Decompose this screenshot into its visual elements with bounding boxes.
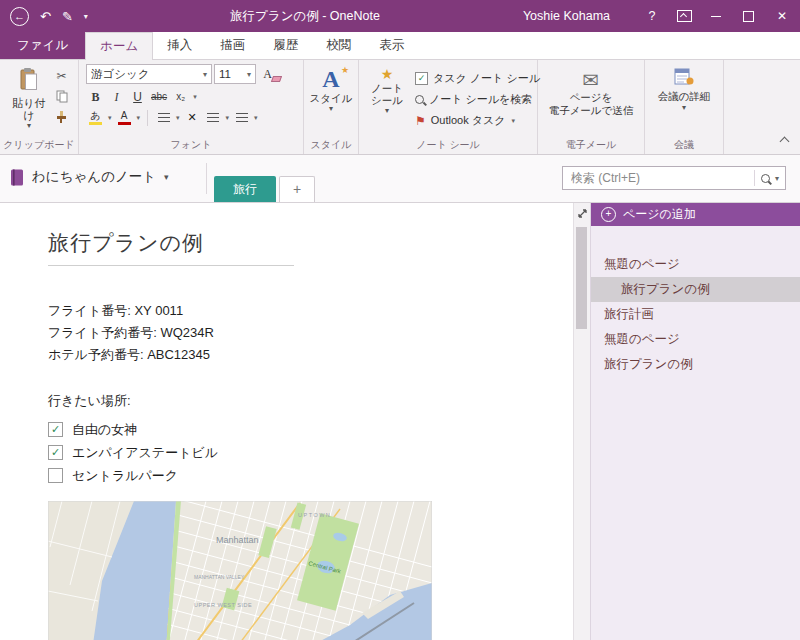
paragraph-alignment-button[interactable] [154, 109, 173, 126]
page-list-item[interactable]: 旅行計画 [591, 302, 800, 327]
cut-button[interactable]: ✂ [56, 70, 66, 82]
tab-draw[interactable]: 描画 [206, 32, 259, 59]
titlebar-controls: Yoshie Kohama ? ✕ [523, 0, 800, 32]
section-tab-travel[interactable]: 旅行 [214, 176, 276, 202]
add-section-button[interactable]: + [279, 176, 315, 202]
titlebar: ← ↶ ✎ ▾ 旅行プランの例 - OneNote Yoshie Kohama … [0, 0, 800, 32]
expand-page-button[interactable] [574, 203, 590, 223]
tab-insert[interactable]: 挿入 [153, 32, 206, 59]
add-page-button[interactable]: + ページの追加 [591, 203, 800, 226]
numbering-button[interactable] [232, 109, 251, 126]
places-heading[interactable]: 行きたい場所: [48, 392, 573, 410]
notebook-icon [10, 169, 24, 186]
delete-button[interactable]: ✕ [183, 109, 202, 126]
todo-checkbox[interactable]: ✓ [48, 445, 63, 460]
close-button[interactable]: ✕ [764, 0, 800, 32]
chevron-down-icon[interactable]: ▾ [108, 114, 112, 122]
chevron-down-icon[interactable]: ▾ [254, 114, 258, 122]
map-label: MANHATTAN VALLEY [194, 574, 245, 580]
format-painter-button[interactable] [55, 111, 68, 124]
task-tag-button[interactable]: ✓ タスク ノート シール [415, 68, 540, 89]
highlight-color-bar [89, 122, 102, 125]
group-label: クリップボード [0, 138, 78, 152]
maximize-button[interactable] [732, 0, 764, 32]
tab-file[interactable]: ファイル [0, 32, 85, 59]
meeting-details-button[interactable]: 会議の詳細 ▾ [645, 60, 723, 112]
page-title[interactable]: 旅行プランの例 [48, 229, 294, 266]
strikethrough-button[interactable]: abc [149, 88, 169, 105]
find-tags-button[interactable]: ノート シールを検索 [415, 89, 540, 110]
email-page-button[interactable]: ✉ ページを 電子メールで送信 [538, 60, 644, 117]
clear-formatting-button[interactable]: A [258, 66, 277, 83]
font-size-select[interactable]: 11 ▾ [214, 64, 256, 84]
chevron-down-icon: ▾ [304, 104, 358, 113]
todo-item[interactable]: ✓ 自由の女神 [48, 418, 573, 441]
back-button[interactable]: ← [10, 7, 29, 26]
search-box[interactable]: ▾ [562, 166, 786, 190]
todo-label: セントラルパーク [72, 467, 178, 485]
paste-button[interactable]: 貼り付け ▾ [7, 67, 51, 130]
scrollbar-thumb[interactable] [576, 227, 587, 329]
note-tags-button[interactable]: ★ ノート シール ▾ [363, 67, 411, 115]
ribbon-display-options-button[interactable] [668, 0, 700, 32]
bold-button[interactable]: B [86, 88, 105, 105]
font-color-bar [118, 122, 131, 125]
divider [754, 170, 755, 186]
group-label: スタイル [304, 138, 358, 152]
sparkle-icon: ★ [341, 65, 349, 75]
font-color-button[interactable]: A [115, 109, 134, 126]
window-title: 旅行プランの例 - OneNote [120, 8, 490, 25]
content-area: 旅行プランの例 フライト番号: XY 0011 フライト予約番号: WQ234R… [0, 203, 800, 640]
page-list-item[interactable]: 無題のページ [591, 327, 800, 352]
chevron-down-icon[interactable]: ▾ [176, 114, 180, 122]
chevron-down-icon[interactable]: ▾ [775, 174, 779, 183]
font-name-value: 游ゴシック [91, 67, 150, 82]
notebook-dropdown[interactable]: わにちゃんのノート ▾ [10, 168, 169, 186]
chevron-down-icon[interactable]: ▾ [226, 114, 230, 122]
italic-button[interactable]: I [107, 88, 126, 105]
paste-label: 貼り付け [7, 97, 51, 121]
font-name-select[interactable]: 游ゴシック ▾ [86, 64, 212, 84]
page-list-item[interactable]: 旅行プランの例 [591, 277, 800, 302]
page-list-item[interactable]: 旅行プランの例 [591, 352, 800, 377]
account-name[interactable]: Yoshie Kohama [523, 9, 610, 23]
map-image[interactable]: Manhattan UPTOWN MANHATTAN VALLEY UPPER … [48, 501, 432, 640]
bullets-button[interactable] [204, 109, 223, 126]
minimize-icon [711, 16, 721, 17]
highlight-button[interactable]: あ [86, 109, 105, 126]
tab-review[interactable]: 校閲 [312, 32, 365, 59]
group-label: フォント [79, 138, 303, 152]
todo-checkbox[interactable]: ✓ [48, 468, 63, 483]
chevron-down-icon[interactable]: ▾ [137, 114, 141, 122]
todo-checkbox[interactable]: ✓ [48, 422, 63, 437]
page-list: 無題のページ 旅行プランの例 旅行計画 無題のページ 旅行プランの例 [591, 252, 800, 377]
todo-item[interactable]: ✓ セントラルパーク [48, 464, 573, 487]
page-list-sidebar: + ページの追加 無題のページ 旅行プランの例 旅行計画 無題のページ 旅行プラ… [590, 203, 800, 640]
page-info-block[interactable]: フライト番号: XY 0011 フライト予約番号: WQ234R ホテル予約番号… [48, 300, 573, 366]
styles-button[interactable]: A ★ スタイル ▾ [304, 60, 358, 113]
todo-item[interactable]: ✓ エンパイアステートビル [48, 441, 573, 464]
page-canvas[interactable]: 旅行プランの例 フライト番号: XY 0011 フライト予約番号: WQ234R… [0, 203, 573, 640]
outlook-tasks-button[interactable]: ⚑ Outlook タスク ▾ [415, 110, 540, 131]
minimize-button[interactable] [700, 0, 732, 32]
tab-view[interactable]: 表示 [365, 32, 418, 59]
page-list-item[interactable]: 無題のページ [591, 252, 800, 277]
search-icon[interactable] [761, 174, 770, 183]
underline-button[interactable]: U [128, 88, 147, 105]
subscript-button[interactable]: x₂ [171, 88, 190, 105]
qat-customize-button[interactable]: ▾ [84, 12, 88, 21]
group-label: 電子メール [538, 138, 644, 152]
copy-button[interactable] [56, 90, 68, 103]
collapse-ribbon-button[interactable] [779, 136, 789, 146]
tab-history[interactable]: 履歴 [259, 32, 312, 59]
tab-home[interactable]: ホーム [85, 32, 153, 60]
search-input[interactable] [563, 171, 754, 185]
chevron-down-icon[interactable]: ▾ [193, 93, 197, 101]
ribbon-group-styles: A ★ スタイル ▾ スタイル [304, 60, 359, 154]
help-button[interactable]: ? [636, 0, 668, 32]
undo-button[interactable]: ↶ [40, 10, 51, 23]
info-line: ホテル予約番号: ABC12345 [48, 344, 573, 366]
chevron-down-icon: ▾ [247, 70, 251, 79]
page-scrollbar[interactable] [573, 203, 590, 640]
pen-mode-button[interactable]: ✎ [62, 10, 73, 23]
